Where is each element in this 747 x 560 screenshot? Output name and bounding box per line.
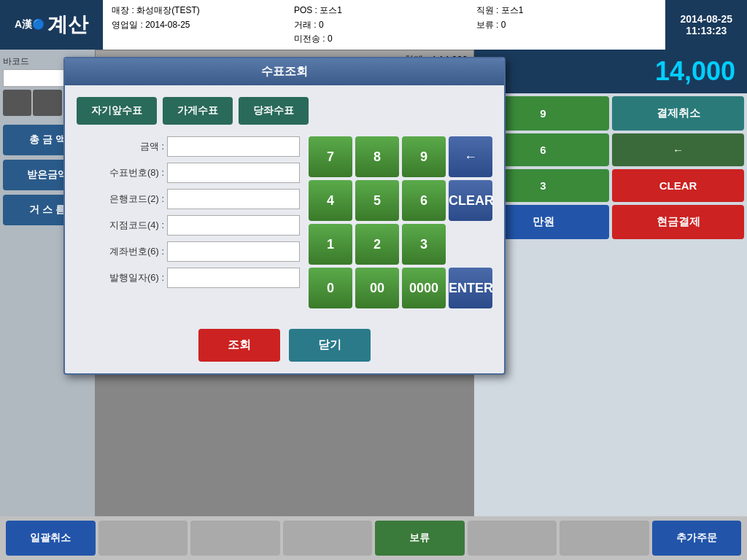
- pos-label: POS : 포스1: [294, 4, 475, 18]
- form-row-0: 금액 :: [77, 136, 300, 157]
- modal-footer: 조회닫기: [65, 320, 504, 373]
- numpad-btn-8[interactable]: 1: [309, 224, 352, 265]
- unsent-label: 미전송 : 0: [294, 33, 475, 45]
- form-row-3: 지점코드(4) :: [77, 215, 300, 236]
- bottom-btn-0[interactable]: 일괄취소: [6, 521, 96, 556]
- barcode-btn-1[interactable]: [3, 90, 31, 116]
- bottom-btn-2: [190, 521, 280, 556]
- numpad-btn-10[interactable]: 3: [402, 224, 446, 265]
- amount-display: 14,000: [474, 50, 747, 93]
- bottom-btn-4[interactable]: 보류: [375, 521, 465, 556]
- modal-tabs: 자기앞수표가게수표당좌수표: [77, 97, 492, 125]
- date-label: 영업일 : 2014-08-25: [112, 19, 293, 32]
- numpad-btn-4[interactable]: 4: [309, 180, 352, 221]
- bottom-btn-6: [560, 521, 649, 556]
- modal-tab-1[interactable]: 가게수표: [163, 97, 233, 125]
- modal-tab-2[interactable]: 당좌수표: [239, 97, 309, 125]
- form-row-2: 은행코드(2) :: [77, 189, 300, 209]
- header: A漢🔵 계산 매장 : 화성매장(TEST) POS : 포스1 직원 : 포스…: [0, 0, 747, 50]
- numpad-btn-13[interactable]: 00: [355, 268, 399, 308]
- trans-label: 거래 : 0: [294, 19, 460, 32]
- store-label: 매장 : 화성매장(TEST): [112, 4, 293, 18]
- modal-tab-0[interactable]: 자기앞수표: [77, 97, 157, 125]
- form-row-5: 발행일자(6) :: [77, 268, 300, 288]
- center-area: 합계 : 4 14,000 구분 메뉴 단가 수량 금액 1고들빼기6,0002…: [95, 50, 474, 516]
- form-input-4[interactable]: [167, 241, 300, 262]
- numpad-btn-15[interactable]: ENTER: [449, 268, 492, 308]
- form-input-0[interactable]: [167, 136, 300, 157]
- barcode-btn-2[interactable]: [33, 90, 61, 116]
- right-panel: 14,000 9결제취소6←3CLEAR만원현금결제: [474, 50, 747, 516]
- check-inquiry-modal: 수표조회 자기앞수표가게수표당좌수표 금액 :수표번호(8) :은행코드(2) …: [63, 57, 506, 375]
- right-btn-1[interactable]: 결제취소: [612, 96, 744, 131]
- form-label-4: 계좌번호(6) :: [77, 245, 164, 258]
- modal-numpad: 789←456CLEAR1230000000ENTER: [309, 136, 492, 308]
- right-btn-3[interactable]: ←: [612, 133, 744, 166]
- modal-body: 자기앞수표가게수표당좌수표 금액 :수표번호(8) :은행코드(2) :지점코드…: [65, 85, 504, 320]
- reserve-label: 보류 : 0: [476, 19, 657, 32]
- form-label-5: 발행일자(6) :: [77, 271, 164, 284]
- form-label-2: 은행코드(2) :: [77, 192, 164, 206]
- app-logo: A漢🔵 계산: [0, 0, 103, 50]
- numpad-btn-14[interactable]: 0000: [402, 268, 446, 308]
- form-label-3: 지점코드(4) :: [77, 219, 164, 232]
- modal-footer-btn-0[interactable]: 조회: [198, 329, 280, 362]
- numpad-btn-3[interactable]: ←: [449, 136, 492, 177]
- bottom-bar: 일괄취소보류추가주문: [0, 516, 747, 560]
- form-row-4: 계좌번호(6) :: [77, 241, 300, 262]
- right-btn-7[interactable]: 현금결제: [612, 205, 744, 239]
- form-input-5[interactable]: [167, 268, 300, 288]
- numpad-btn-2[interactable]: 9: [402, 136, 446, 177]
- header-datetime: 2014-08-25 11:13:23: [665, 0, 747, 50]
- modal-title: 수표조회: [65, 58, 504, 85]
- form-row-1: 수표번호(8) :: [77, 163, 300, 183]
- modal-overlay: 수표조회 자기앞수표가게수표당좌수표 금액 :수표번호(8) :은행코드(2) …: [95, 50, 474, 516]
- form-label-0: 금액 :: [77, 140, 164, 153]
- numpad-btn-6[interactable]: 6: [402, 180, 446, 221]
- numpad-btn-1[interactable]: 8: [355, 136, 399, 177]
- bottom-btn-7[interactable]: 추가주문: [652, 521, 742, 556]
- numpad-btn-0[interactable]: 7: [309, 136, 352, 177]
- form-input-3[interactable]: [167, 215, 300, 236]
- form-input-2[interactable]: [167, 189, 300, 209]
- form-label-1: 수표번호(8) :: [77, 166, 164, 179]
- numpad-btn-5[interactable]: 5: [355, 180, 399, 221]
- modal-fields: 금액 :수표번호(8) :은행코드(2) :지점코드(4) :계좌번호(6) :…: [77, 136, 300, 308]
- numpad-btn-9[interactable]: 2: [355, 224, 399, 265]
- header-date: 2014-08-25: [680, 13, 732, 25]
- modal-footer-btn-1[interactable]: 닫기: [289, 329, 371, 362]
- modal-form: 금액 :수표번호(8) :은행코드(2) :지점코드(4) :계좌번호(6) :…: [77, 136, 492, 308]
- right-btn-5[interactable]: CLEAR: [612, 169, 744, 202]
- bottom-btn-1: [98, 521, 188, 556]
- form-input-1[interactable]: [167, 163, 300, 183]
- header-info: 매장 : 화성매장(TEST) POS : 포스1 직원 : 포스1 영업일 :…: [103, 0, 665, 50]
- header-time: 11:13:23: [686, 25, 727, 36]
- bottom-btn-5: [468, 521, 557, 556]
- right-buttons: 9결제취소6←3CLEAR만원현금결제: [474, 93, 747, 242]
- staff-label: 직원 : 포스1: [476, 4, 657, 18]
- numpad-btn-7[interactable]: CLEAR: [449, 180, 492, 221]
- numpad-btn-12[interactable]: 0: [309, 268, 352, 308]
- bottom-btn-3: [283, 521, 373, 556]
